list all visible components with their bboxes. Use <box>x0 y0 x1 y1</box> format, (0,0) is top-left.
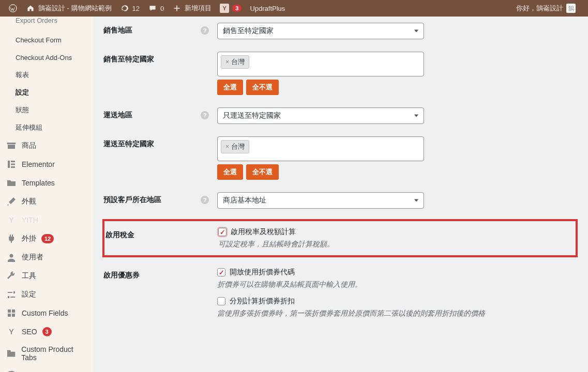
sidebar-item-seo[interactable]: Y SEO 3 <box>0 322 93 341</box>
sidebar-item-custom-fields[interactable]: Custom Fields <box>0 304 93 322</box>
sidebar-label: Custom Fields <box>22 309 68 317</box>
brush-icon <box>6 196 17 207</box>
sidebar-label: 工具 <box>22 271 36 281</box>
checkbox-label: 分別計算折價券折扣 <box>230 297 295 306</box>
svg-rect-9 <box>12 314 15 317</box>
sidebar-item-users[interactable]: 使用者 <box>0 248 93 267</box>
label-ship-region: 運送地區 <box>103 111 132 120</box>
sidebar-item-appearance[interactable]: 外觀 <box>0 192 93 211</box>
updates-count: 12 <box>132 5 140 12</box>
wp-logo[interactable] <box>4 0 22 17</box>
grid-icon <box>6 308 17 318</box>
sidebar-sub-settings[interactable]: 設定 <box>0 84 93 101</box>
sidebar-item-settings[interactable]: 設定 <box>0 285 93 304</box>
svg-point-0 <box>9 5 17 12</box>
user-greeting[interactable]: 你好，鵠崙設計 鵠 <box>512 0 580 17</box>
site-title: 鵠崙設計 - 購物網站範例 <box>38 4 112 13</box>
yith-icon: Y <box>6 215 17 225</box>
sidebar-label: 設定 <box>22 290 36 299</box>
select-all-button[interactable]: 全選 <box>217 80 243 95</box>
add-new-link[interactable]: 新增項目 <box>168 0 216 17</box>
sidebar-label: 商品 <box>22 141 36 150</box>
updates-link[interactable]: 12 <box>116 0 144 17</box>
sidebar-sub-checkout-addons[interactable]: Checkout Add-Ons <box>0 49 93 66</box>
sidebar-item-contact-form-db[interactable]: Contact Form DB <box>0 366 93 372</box>
row-default-location: 預設客戶所在地區 ? 商店基本地址 <box>103 186 578 215</box>
svg-rect-6 <box>8 309 11 313</box>
svg-rect-7 <box>12 309 15 313</box>
select-value: 商店基本地址 <box>223 196 266 205</box>
archive-icon <box>6 141 17 151</box>
sidebar-label: SEO <box>22 328 37 336</box>
comments-link[interactable]: 0 <box>144 0 168 17</box>
label-sell-countries: 銷售至特定國家 <box>103 55 154 64</box>
row-coupons: 啟用優惠券 開放使用折價券代碼 折價券可以在購物車及結帳頁面中輸入使用。 分別計… <box>103 261 578 324</box>
svg-rect-4 <box>11 166 15 168</box>
select-all-button[interactable]: 全選 <box>217 164 243 180</box>
plus-icon <box>172 4 182 13</box>
settings-content: 銷售地區 ? 銷售至特定國家 銷售至特定國家 × 台灣 <box>93 17 588 372</box>
checkbox-enable-tax[interactable] <box>218 228 227 236</box>
checkbox-label: 啟用稅率及稅額計算 <box>231 227 296 237</box>
sidebar-item-tools[interactable]: 工具 <box>0 267 93 285</box>
sidebar-label: 外掛 <box>22 234 36 243</box>
admin-bar: 鵠崙設計 - 購物網站範例 12 0 新增項目 Y 3 UpdraftPlus <box>0 0 588 17</box>
sidebar-label: 外觀 <box>22 197 36 206</box>
sidebar-item-products[interactable]: 商品 <box>0 136 93 155</box>
updraft-link[interactable]: UpdraftPlus <box>246 0 289 17</box>
tag-chip: × 台灣 <box>221 140 249 153</box>
sidebar-sub-export-orders[interactable]: Export Orders <box>0 17 93 31</box>
help-icon[interactable]: ? <box>201 196 209 204</box>
row-ship-countries: 運送至特定國家 × 台灣 全選 全不選 <box>103 130 578 186</box>
sidebar-item-elementor[interactable]: Elementor <box>0 155 93 174</box>
sidebar-label: Elementor <box>22 160 55 168</box>
sidebar-sub-extensions[interactable]: 延伸模組 <box>0 119 93 136</box>
seo-badge: 3 <box>232 5 242 12</box>
sidebar-sub-reports[interactable]: 報表 <box>0 66 93 84</box>
sidebar-item-yith[interactable]: Y YITH <box>0 211 93 229</box>
folder-icon <box>6 178 17 188</box>
checkbox-sequential-coupons[interactable] <box>217 297 225 305</box>
tags-ship-countries[interactable]: × 台灣 <box>217 136 424 161</box>
yoast-link[interactable]: Y 3 <box>216 0 246 17</box>
select-value: 銷售至特定國家 <box>223 26 274 36</box>
select-default-location[interactable]: 商店基本地址 <box>217 192 424 209</box>
yoast-sidebar-icon: Y <box>6 327 17 337</box>
svg-point-5 <box>10 254 13 258</box>
deselect-all-button[interactable]: 全不選 <box>246 80 279 95</box>
row-sell-countries: 銷售至特定國家 × 台灣 全選 全不選 <box>103 45 578 101</box>
select-ship-region[interactable]: 只運送至特定國家 <box>217 107 424 124</box>
help-icon[interactable]: ? <box>201 26 209 35</box>
highlight-enable-tax: 啟用稅金 啟用稅率及稅額計算 可設定稅率，且結帳時會計算稅額。 <box>102 219 578 257</box>
sidebar-label: YITH <box>22 216 38 224</box>
yoast-icon: Y <box>220 4 229 13</box>
desc-enable-tax: 可設定稅率，且結帳時會計算稅額。 <box>218 240 569 249</box>
tag-chip: × 台灣 <box>221 55 249 69</box>
remove-tag-icon[interactable]: × <box>225 58 229 66</box>
sidebar-item-custom-product-tabs[interactable]: Custom Product Tabs <box>0 341 93 366</box>
row-sell-region: 銷售地區 ? 銷售至特定國家 <box>103 17 578 45</box>
remove-tag-icon[interactable]: × <box>225 143 229 150</box>
site-link[interactable]: 鵠崙設計 - 購物網站範例 <box>22 0 116 17</box>
sidebar-item-plugins[interactable]: 外掛 12 <box>0 229 93 248</box>
sidebar-sub-status[interactable]: 狀態 <box>0 101 93 119</box>
label-default-location: 預設客戶所在地區 <box>103 195 161 205</box>
checkbox-enable-coupons[interactable] <box>217 268 225 276</box>
sidebar-item-templates[interactable]: Templates <box>0 174 93 192</box>
tags-sell-countries[interactable]: × 台灣 <box>217 52 424 76</box>
user-icon <box>6 252 17 262</box>
help-icon[interactable]: ? <box>201 111 209 119</box>
sidebar-label: 使用者 <box>22 253 43 262</box>
comments-count: 0 <box>160 5 164 12</box>
select-sell-region[interactable]: 銷售至特定國家 <box>217 23 424 39</box>
sidebar-sub-checkout-form[interactable]: Checkout Form <box>0 31 93 49</box>
label-enable-tax: 啟用稅金 <box>105 230 134 240</box>
desc-coupons-2: 當使用多張折價券時，第一張折價券套用於原價而第二張以後的則套用折扣後的價格 <box>217 309 578 318</box>
admin-sidebar: Export Orders Checkout Form Checkout Add… <box>0 17 93 372</box>
wordpress-icon <box>8 4 18 13</box>
label-sell-region: 銷售地區 <box>103 26 132 35</box>
wrench-icon <box>6 271 17 281</box>
deselect-all-button[interactable]: 全不選 <box>246 164 279 180</box>
add-new-label: 新增項目 <box>185 4 212 13</box>
checkbox-label: 開放使用折價券代碼 <box>230 268 295 277</box>
